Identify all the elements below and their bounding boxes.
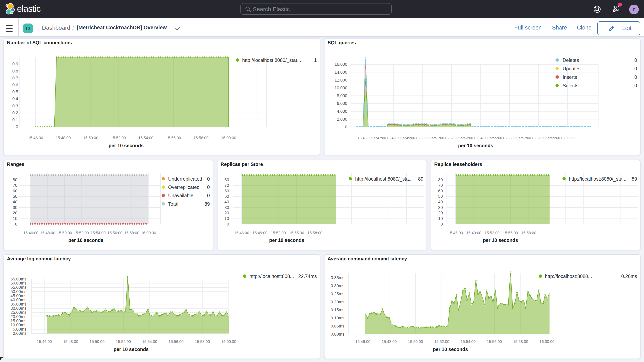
svg-text:45.00ms: 45.00ms <box>10 294 26 298</box>
svg-text:15:49:00: 15:49:00 <box>466 231 481 235</box>
svg-text:30.00ms: 30.00ms <box>10 306 26 311</box>
svg-text:12,000: 12,000 <box>334 78 347 82</box>
svg-text:35.00ms: 35.00ms <box>10 302 26 306</box>
svg-text:70: 70 <box>224 183 229 188</box>
svg-text:15:58:00: 15:58:00 <box>307 231 322 235</box>
svg-text:60: 60 <box>438 188 443 193</box>
svg-text:15:52:00: 15:52:00 <box>434 340 449 344</box>
svg-text:15:58:00: 15:58:00 <box>194 136 208 140</box>
svg-text:15:52:00: 15:52:00 <box>111 136 126 140</box>
svg-text:15:52:00: 15:52:00 <box>445 136 458 140</box>
svg-text:15:51:00: 15:51:00 <box>430 136 444 140</box>
svg-text:0: 0 <box>440 222 443 226</box>
svg-text:30: 30 <box>224 205 229 210</box>
svg-text:20: 20 <box>224 210 229 215</box>
svg-text:15:46:00: 15:46:00 <box>448 231 463 235</box>
svg-text:per 10 seconds: per 10 seconds <box>483 238 518 243</box>
svg-text:40: 40 <box>224 200 229 204</box>
svg-text:0.20ms: 0.20ms <box>331 300 344 304</box>
svg-text:per 10 seconds: per 10 seconds <box>269 238 304 243</box>
svg-text:15:58:00: 15:58:00 <box>532 136 546 140</box>
svg-text:15:52:00: 15:52:00 <box>74 231 89 235</box>
svg-text:50: 50 <box>438 194 443 199</box>
svg-text:15:56:00: 15:56:00 <box>487 340 502 344</box>
svg-text:15:54:00: 15:54:00 <box>474 136 488 140</box>
svg-text:16:00:00: 16:00:00 <box>540 340 554 344</box>
svg-text:0.2: 0.2 <box>12 110 18 115</box>
svg-text:0: 0 <box>345 124 347 129</box>
svg-text:15:54:00: 15:54:00 <box>90 231 106 235</box>
svg-text:15:50:00: 15:50:00 <box>57 231 72 235</box>
svg-text:0.5: 0.5 <box>12 90 18 94</box>
svg-text:15:58:00: 15:58:00 <box>124 231 139 235</box>
svg-text:40: 40 <box>13 200 17 204</box>
svg-text:60: 60 <box>13 188 17 193</box>
svg-text:0: 0 <box>15 222 17 226</box>
svg-text:15:58:00: 15:58:00 <box>513 340 528 344</box>
svg-text:0: 0 <box>16 124 18 129</box>
svg-text:25.00ms: 25.00ms <box>10 310 26 315</box>
svg-text:0.25ms: 0.25ms <box>331 292 344 296</box>
svg-text:15:48:00: 15:48:00 <box>40 231 55 235</box>
svg-text:80: 80 <box>13 177 17 182</box>
svg-text:20: 20 <box>13 210 17 215</box>
svg-text:15:46:00: 15:46:00 <box>234 231 249 235</box>
svg-text:4,000: 4,000 <box>337 109 347 114</box>
svg-text:0.00ms: 0.00ms <box>331 332 344 336</box>
svg-text:0.6: 0.6 <box>12 82 18 87</box>
svg-text:0.15ms: 0.15ms <box>331 308 344 312</box>
svg-text:40.00ms: 40.00ms <box>10 298 26 302</box>
svg-text:15:54:00: 15:54:00 <box>138 136 153 140</box>
svg-text:15:58:00: 15:58:00 <box>195 340 210 344</box>
svg-text:10: 10 <box>438 216 443 221</box>
svg-text:0.7: 0.7 <box>12 76 18 80</box>
svg-text:50: 50 <box>224 194 229 199</box>
svg-text:15:56:00: 15:56:00 <box>168 340 184 344</box>
svg-text:16:00:00: 16:00:00 <box>560 136 574 140</box>
svg-text:per 10 seconds: per 10 seconds <box>68 238 103 243</box>
svg-text:30: 30 <box>438 205 443 210</box>
svg-text:10: 10 <box>13 216 17 221</box>
svg-text:20: 20 <box>438 210 443 215</box>
svg-text:20.00ms: 20.00ms <box>10 314 26 319</box>
svg-text:0: 0 <box>227 222 229 226</box>
svg-text:10.00ms: 10.00ms <box>10 322 26 327</box>
svg-text:60.00ms: 60.00ms <box>10 281 26 286</box>
svg-text:0.3: 0.3 <box>12 104 18 108</box>
svg-text:15:56:00: 15:56:00 <box>108 231 122 235</box>
svg-text:15:50:00: 15:50:00 <box>408 340 423 344</box>
svg-text:10: 10 <box>224 216 229 221</box>
svg-text:0.30ms: 0.30ms <box>331 283 344 288</box>
svg-text:15:59:00: 15:59:00 <box>546 136 560 140</box>
svg-text:0.1: 0.1 <box>12 118 18 122</box>
svg-text:70: 70 <box>438 183 443 188</box>
svg-text:15:58:00: 15:58:00 <box>521 231 536 235</box>
svg-text:6,000: 6,000 <box>337 101 347 106</box>
svg-text:15:48:00: 15:48:00 <box>56 136 71 140</box>
svg-text:per 10 seconds: per 10 seconds <box>114 346 149 352</box>
svg-text:15:50:00: 15:50:00 <box>90 340 104 344</box>
svg-text:15:46:00: 15:46:00 <box>37 340 52 344</box>
svg-text:15:46:00: 15:46:00 <box>358 136 372 140</box>
svg-text:15:46:00: 15:46:00 <box>355 340 370 344</box>
svg-text:0.00ms: 0.00ms <box>13 331 26 336</box>
svg-text:15:56:00: 15:56:00 <box>166 136 181 140</box>
svg-text:10,000: 10,000 <box>334 86 347 90</box>
svg-text:0.4: 0.4 <box>12 96 18 101</box>
svg-text:50.00ms: 50.00ms <box>10 289 26 294</box>
svg-text:15:50:00: 15:50:00 <box>83 136 98 140</box>
svg-text:per 10 seconds: per 10 seconds <box>433 346 468 352</box>
svg-text:65.00ms: 65.00ms <box>10 276 26 282</box>
svg-text:5.00ms: 5.00ms <box>13 327 26 332</box>
svg-text:0.35ms: 0.35ms <box>331 275 344 280</box>
svg-text:15:46:00: 15:46:00 <box>28 136 43 140</box>
svg-text:16:00:00: 16:00:00 <box>221 136 236 140</box>
svg-text:60: 60 <box>224 188 229 193</box>
svg-text:55.00ms: 55.00ms <box>10 285 26 290</box>
svg-text:15:48:00: 15:48:00 <box>386 136 400 140</box>
svg-text:80: 80 <box>438 177 443 182</box>
svg-text:50: 50 <box>13 194 17 199</box>
svg-text:0.9: 0.9 <box>12 62 18 66</box>
svg-text:1: 1 <box>16 54 18 59</box>
svg-text:15:46:00: 15:46:00 <box>23 231 38 235</box>
